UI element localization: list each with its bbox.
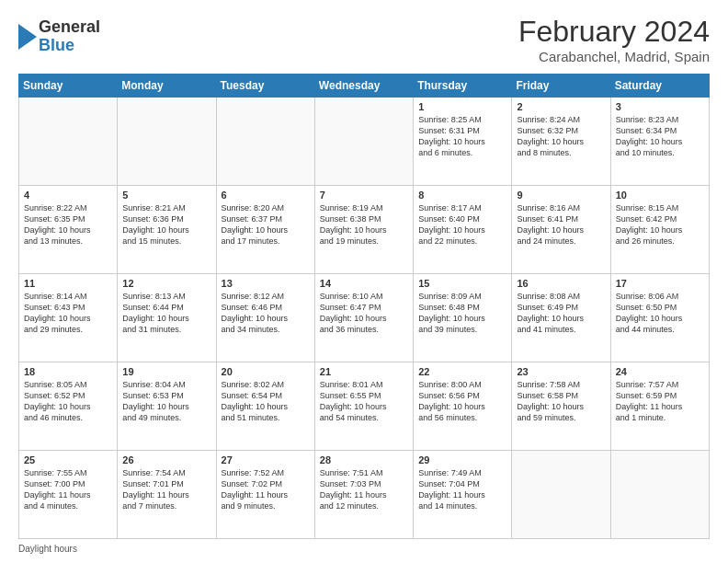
week-row-3: 11Sunrise: 8:14 AM Sunset: 6:43 PM Dayli… [19,274,710,362]
day-info: Sunrise: 8:14 AM Sunset: 6:43 PM Dayligh… [24,291,112,336]
day-cell-9: 9Sunrise: 8:16 AM Sunset: 6:41 PM Daylig… [512,186,610,274]
day-cell-3: 3Sunrise: 8:23 AM Sunset: 6:34 PM Daylig… [610,98,709,186]
day-info: Sunrise: 8:20 AM Sunset: 6:37 PM Dayligh… [222,202,310,247]
day-info: Sunrise: 7:58 AM Sunset: 6:58 PM Dayligh… [517,379,605,424]
col-header-sunday: Sunday [19,75,118,98]
col-header-friday: Friday [512,75,610,98]
day-info: Sunrise: 7:51 AM Sunset: 7:03 PM Dayligh… [320,467,408,512]
day-info: Sunrise: 8:00 AM Sunset: 6:56 PM Dayligh… [418,379,506,424]
day-cell-21: 21Sunrise: 8:01 AM Sunset: 6:55 PM Dayli… [314,362,413,451]
day-info: Sunrise: 8:10 AM Sunset: 6:47 PM Dayligh… [320,291,408,336]
day-info: Sunrise: 8:16 AM Sunset: 6:41 PM Dayligh… [517,202,605,247]
week-row-4: 18Sunrise: 8:05 AM Sunset: 6:52 PM Dayli… [19,362,710,451]
day-number: 12 [122,278,210,289]
header: General Blue February 2024 Carabanchel, … [18,15,710,64]
day-number: 13 [222,278,310,289]
day-number: 7 [320,190,408,201]
empty-cell [314,98,413,186]
day-number: 3 [616,101,704,112]
day-info: Sunrise: 7:57 AM Sunset: 6:59 PM Dayligh… [616,379,704,424]
day-cell-15: 15Sunrise: 8:09 AM Sunset: 6:48 PM Dayli… [414,274,512,362]
empty-cell [19,98,118,186]
day-cell-18: 18Sunrise: 8:05 AM Sunset: 6:52 PM Dayli… [19,362,118,451]
logo-general: General [39,18,100,37]
day-number: 26 [122,454,210,465]
week-row-5: 25Sunrise: 7:55 AM Sunset: 7:00 PM Dayli… [19,451,710,539]
day-info: Sunrise: 8:08 AM Sunset: 6:49 PM Dayligh… [517,291,605,336]
title-block: February 2024 Carabanchel, Madrid, Spain [518,15,710,64]
day-cell-26: 26Sunrise: 7:54 AM Sunset: 7:01 PM Dayli… [118,451,216,539]
main-title: February 2024 [518,15,710,49]
day-number: 16 [517,278,605,289]
day-number: 2 [517,101,605,112]
day-cell-13: 13Sunrise: 8:12 AM Sunset: 6:46 PM Dayli… [216,274,314,362]
day-info: Sunrise: 7:54 AM Sunset: 7:01 PM Dayligh… [122,467,210,512]
logo-blue: Blue [39,37,100,55]
page: General Blue February 2024 Carabanchel, … [0,0,728,563]
day-number: 29 [418,454,506,465]
day-info: Sunrise: 8:21 AM Sunset: 6:36 PM Dayligh… [122,202,210,247]
day-info: Sunrise: 8:19 AM Sunset: 6:38 PM Dayligh… [320,202,408,247]
day-cell-24: 24Sunrise: 7:57 AM Sunset: 6:59 PM Dayli… [610,362,709,451]
day-cell-22: 22Sunrise: 8:00 AM Sunset: 6:56 PM Dayli… [414,362,512,451]
day-info: Sunrise: 8:01 AM Sunset: 6:55 PM Dayligh… [320,379,408,424]
day-info: Sunrise: 8:05 AM Sunset: 6:52 PM Dayligh… [24,379,112,424]
day-cell-7: 7Sunrise: 8:19 AM Sunset: 6:38 PM Daylig… [314,186,413,274]
day-cell-29: 29Sunrise: 7:49 AM Sunset: 7:04 PM Dayli… [414,451,512,539]
week-row-1: 1Sunrise: 8:25 AM Sunset: 6:31 PM Daylig… [19,98,710,186]
day-cell-23: 23Sunrise: 7:58 AM Sunset: 6:58 PM Dayli… [512,362,610,451]
day-cell-12: 12Sunrise: 8:13 AM Sunset: 6:44 PM Dayli… [118,274,216,362]
day-info: Sunrise: 8:22 AM Sunset: 6:35 PM Dayligh… [24,202,112,247]
empty-cell [512,451,610,539]
logo: General Blue [18,18,100,55]
day-cell-4: 4Sunrise: 8:22 AM Sunset: 6:35 PM Daylig… [19,186,118,274]
day-cell-28: 28Sunrise: 7:51 AM Sunset: 7:03 PM Dayli… [314,451,413,539]
day-info: Sunrise: 8:15 AM Sunset: 6:42 PM Dayligh… [616,202,704,247]
day-cell-11: 11Sunrise: 8:14 AM Sunset: 6:43 PM Dayli… [19,274,118,362]
day-number: 23 [517,366,605,377]
day-number: 17 [616,278,704,289]
day-number: 22 [418,366,506,377]
day-info: Sunrise: 8:24 AM Sunset: 6:32 PM Dayligh… [517,114,605,159]
day-number: 4 [24,190,112,201]
day-number: 21 [320,366,408,377]
day-number: 19 [122,366,210,377]
calendar-table: SundayMondayTuesdayWednesdayThursdayFrid… [18,74,710,539]
day-number: 25 [24,454,112,465]
day-info: Sunrise: 8:13 AM Sunset: 6:44 PM Dayligh… [122,291,210,336]
logo-icon [18,24,37,50]
empty-cell [216,98,314,186]
day-cell-10: 10Sunrise: 8:15 AM Sunset: 6:42 PM Dayli… [610,186,709,274]
day-info: Sunrise: 7:55 AM Sunset: 7:00 PM Dayligh… [24,467,112,512]
col-header-tuesday: Tuesday [216,75,314,98]
day-info: Sunrise: 8:23 AM Sunset: 6:34 PM Dayligh… [616,114,704,159]
day-number: 9 [517,190,605,201]
day-cell-5: 5Sunrise: 8:21 AM Sunset: 6:36 PM Daylig… [118,186,216,274]
day-cell-1: 1Sunrise: 8:25 AM Sunset: 6:31 PM Daylig… [414,98,512,186]
day-cell-19: 19Sunrise: 8:04 AM Sunset: 6:53 PM Dayli… [118,362,216,451]
logo-text: General Blue [39,18,100,55]
day-number: 28 [320,454,408,465]
day-cell-14: 14Sunrise: 8:10 AM Sunset: 6:47 PM Dayli… [314,274,413,362]
day-info: Sunrise: 8:17 AM Sunset: 6:40 PM Dayligh… [418,202,506,247]
day-info: Sunrise: 8:25 AM Sunset: 6:31 PM Dayligh… [418,114,506,159]
day-cell-2: 2Sunrise: 8:24 AM Sunset: 6:32 PM Daylig… [512,98,610,186]
day-number: 24 [616,366,704,377]
day-number: 5 [122,190,210,201]
week-row-2: 4Sunrise: 8:22 AM Sunset: 6:35 PM Daylig… [19,186,710,274]
day-info: Sunrise: 8:04 AM Sunset: 6:53 PM Dayligh… [122,379,210,424]
col-header-monday: Monday [118,75,216,98]
day-number: 11 [24,278,112,289]
day-info: Sunrise: 8:02 AM Sunset: 6:54 PM Dayligh… [222,379,310,424]
footer-note: Daylight hours [18,544,710,554]
calendar-header-row: SundayMondayTuesdayWednesdayThursdayFrid… [19,75,710,98]
day-number: 15 [418,278,506,289]
day-number: 6 [222,190,310,201]
day-info: Sunrise: 8:12 AM Sunset: 6:46 PM Dayligh… [222,291,310,336]
day-cell-27: 27Sunrise: 7:52 AM Sunset: 7:02 PM Dayli… [216,451,314,539]
day-number: 14 [320,278,408,289]
day-info: Sunrise: 7:52 AM Sunset: 7:02 PM Dayligh… [222,467,310,512]
day-number: 8 [418,190,506,201]
day-cell-6: 6Sunrise: 8:20 AM Sunset: 6:37 PM Daylig… [216,186,314,274]
col-header-wednesday: Wednesday [314,75,413,98]
